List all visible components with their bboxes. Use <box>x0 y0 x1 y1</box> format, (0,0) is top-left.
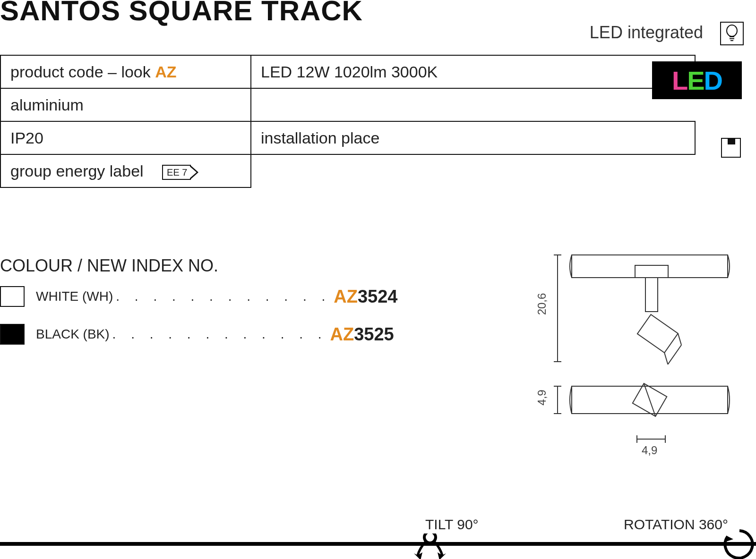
led-spec-cell: LED 12W 1020lm 3000K <box>251 55 695 88</box>
led-rainbow-icon: LED <box>652 61 742 99</box>
product-code-cell: product code – look AZ <box>0 55 251 88</box>
az-code: AZ <box>155 63 176 81</box>
svg-rect-4 <box>572 255 728 278</box>
index-code: AZ3525 <box>330 324 394 345</box>
svg-line-8 <box>674 333 686 345</box>
svg-rect-7 <box>637 314 678 353</box>
colour-header: COLOUR / NEW INDEX NO. <box>0 256 218 276</box>
dim-depth: 4,9 <box>535 390 549 405</box>
dots: . . . . . . . . . . . . <box>116 289 331 304</box>
dimension-diagram: 20,6 4,9 4,9 <box>520 250 718 460</box>
svg-point-0 <box>727 25 737 36</box>
dim-height: 20,6 <box>535 293 549 315</box>
product-title: SANTOS SQUARE TRACK <box>0 0 363 27</box>
svg-line-16 <box>633 383 667 416</box>
material-cell: aluminium <box>0 88 251 121</box>
svg-rect-6 <box>645 278 658 312</box>
energy-cell: group energy label EE 7 <box>0 154 251 187</box>
svg-point-23 <box>424 534 436 543</box>
tilt-icon <box>411 534 449 559</box>
colour-name: WHITE (WH) <box>36 289 113 304</box>
led-d: D <box>704 65 722 96</box>
footer-rule <box>0 542 756 546</box>
index-code: AZ3524 <box>334 287 397 307</box>
rotation-label: ROTATION 360° <box>624 517 728 533</box>
energy-badge: EE 7 <box>162 165 191 180</box>
rotation-icon <box>723 528 756 559</box>
colour-row-black: BLACK (BK) . . . . . . . . . . . . AZ352… <box>0 324 394 345</box>
svg-rect-5 <box>635 265 668 278</box>
product-code-label: product code – look <box>10 63 155 81</box>
led-l: L <box>672 65 687 96</box>
tilt-label: TILT 90° <box>425 517 479 533</box>
energy-label: group energy label <box>10 162 144 180</box>
swatch-white <box>0 286 25 307</box>
ip-cell: IP20 <box>0 121 251 154</box>
led-e: E <box>687 65 704 96</box>
bulb-icon <box>720 22 744 45</box>
ceiling-mount-icon <box>721 138 741 158</box>
colour-name: BLACK (BK) <box>36 327 110 342</box>
swatch-black <box>0 324 25 345</box>
dim-width: 4,9 <box>642 444 657 457</box>
dots: . . . . . . . . . . . . <box>112 327 327 342</box>
led-integrated-label: LED integrated <box>590 23 703 42</box>
svg-line-10 <box>668 345 681 364</box>
install-cell: installation place <box>251 121 695 154</box>
svg-line-9 <box>660 353 672 364</box>
colour-row-white: WHITE (WH) . . . . . . . . . . . . AZ352… <box>0 286 397 307</box>
spec-table: product code – look AZ LED 12W 1020lm 30… <box>0 55 696 188</box>
